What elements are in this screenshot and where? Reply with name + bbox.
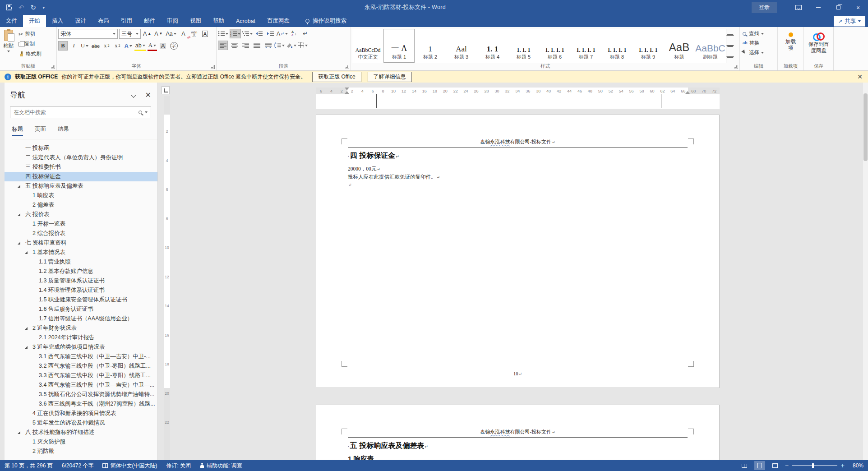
nav-heading-item[interactable]: 1.2 基本存款账户信息	[5, 267, 157, 276]
distribute-button[interactable]	[263, 41, 273, 50]
font-name-combo[interactable]: 宋体	[58, 29, 118, 39]
nav-heading-item[interactable]: 三 授权委托书	[5, 162, 157, 172]
nav-heading-item[interactable]: 1.7 信用等级证书（AAA级信用企业）	[5, 314, 157, 323]
vertical-ruler[interactable]: 246810121416182022	[164, 96, 170, 460]
style-gallery-item[interactable]: 1. 1. 1. 1 标题 6	[539, 29, 570, 63]
asian-layout-button[interactable]: A⇄	[277, 29, 288, 38]
save-to-netdisk-button[interactable]: 保存到百度网盘	[805, 29, 832, 63]
redo-icon[interactable]: ↻	[31, 4, 37, 11]
select-button[interactable]: 选择	[741, 49, 776, 56]
notice-close-icon[interactable]: ✕	[857, 73, 863, 80]
sign-in-button[interactable]: 登录	[752, 2, 777, 13]
style-gallery-item[interactable]: 1. 1. 1. 1 标题 9	[633, 29, 664, 63]
nav-heading-item[interactable]: 2 综合报价表	[5, 229, 157, 238]
ribbon-tab[interactable]: 文件	[0, 15, 23, 27]
ribbon-display-options-button[interactable]	[789, 0, 808, 15]
clear-formatting-button[interactable]: A	[179, 29, 188, 39]
gallery-more-icon[interactable]	[726, 51, 734, 63]
show-hide-marks-button[interactable]: ↵	[300, 29, 310, 38]
bold-button[interactable]: B	[58, 41, 68, 51]
nav-heading-item[interactable]: 1.4 环境管理体系认证证书	[5, 286, 157, 295]
zoom-out-button[interactable]: −	[785, 462, 789, 469]
style-gallery-item[interactable]: Aal 标题 3	[446, 29, 477, 63]
nav-heading-item[interactable]: 3.4 西气东输三线中段（中卫—吉安）中卫—...	[5, 380, 157, 390]
ribbon-tab[interactable]: 百度网盘	[261, 15, 295, 27]
first-line-indent-marker[interactable]	[345, 88, 349, 90]
zoom-percentage[interactable]: 80%	[848, 462, 863, 469]
font-size-combo[interactable]: 三号	[119, 29, 141, 39]
style-gallery-item[interactable]: AaBbCcDd 中文正文	[352, 29, 383, 63]
nav-heading-item[interactable]: 1 响应表	[5, 191, 157, 200]
nav-heading-item[interactable]: 3 近年完成的类似项目情况表	[5, 342, 157, 352]
style-gallery-item[interactable]: AaBbC 副标题	[695, 29, 726, 63]
superscript-button[interactable]: x2	[113, 41, 122, 51]
line-spacing-button[interactable]	[274, 41, 285, 50]
ribbon-tab[interactable]: 视图	[184, 15, 207, 27]
nav-heading-item[interactable]: 3.3 西气东输三线中段（中卫-枣阳）线路工...	[5, 371, 157, 380]
style-gallery-item[interactable]: 1. 1. 1. 1 标题 7	[570, 29, 601, 63]
copy-button[interactable]: 复制	[17, 40, 43, 48]
nav-heading-item[interactable]: 2 偏差表	[5, 200, 157, 210]
nav-heading-item[interactable]: 3.1 西气东输三线中段（中卫—吉安）中卫-...	[5, 352, 157, 361]
ribbon-tab[interactable]: 审阅	[161, 15, 184, 27]
nav-heading-item[interactable]: 1.3 质量管理体系认证证书	[5, 276, 157, 286]
change-case-button[interactable]: Aa	[165, 29, 177, 39]
nav-heading-item[interactable]: 1 灭火防护服	[5, 437, 157, 447]
paste-button[interactable]: 粘贴	[1, 29, 15, 63]
style-gallery-item[interactable]: 一 A 标题 1	[383, 29, 415, 63]
nav-heading-item[interactable]: 5 近年发生的诉讼及仲裁情况	[5, 418, 157, 428]
restore-button[interactable]	[828, 0, 848, 15]
expand-arrow-icon[interactable]	[25, 346, 28, 349]
style-gallery-item[interactable]: 1. 1. 1 标题 5	[508, 29, 539, 63]
nav-heading-item[interactable]: 2 近年财务状况表	[5, 323, 157, 333]
nav-heading-item[interactable]: 1.1 营业执照	[5, 257, 157, 267]
replace-button[interactable]: ab替换	[741, 39, 776, 47]
track-changes-status[interactable]: 修订: 关闭	[166, 462, 191, 470]
expand-arrow-icon[interactable]	[18, 242, 20, 245]
font-dialog-launcher-icon[interactable]	[211, 65, 215, 69]
gallery-scroll-up-icon[interactable]	[726, 29, 734, 40]
scrollbar-thumb[interactable]	[863, 93, 868, 161]
underline-button[interactable]: U	[80, 41, 89, 51]
numbering-button[interactable]: 123	[230, 29, 241, 38]
strikethrough-button[interactable]: abc	[91, 41, 101, 51]
subscript-button[interactable]: x2	[102, 41, 111, 51]
shrink-font-button[interactable]: A▼	[153, 29, 163, 39]
style-gallery-item[interactable]: 1. 1 标题 4	[477, 29, 508, 63]
text-effects-button[interactable]: A	[124, 41, 133, 51]
clipboard-dialog-launcher-icon[interactable]	[51, 65, 55, 69]
bullets-button[interactable]	[218, 29, 228, 38]
ribbon-tab[interactable]: 邮件	[138, 15, 161, 27]
undo-icon[interactable]: ↶	[18, 4, 24, 11]
nav-heading-item[interactable]: 五 投标响应表及偏差表	[5, 181, 157, 191]
styles-dialog-launcher-icon[interactable]	[734, 65, 738, 69]
page-10[interactable]: 盘锦永泓科技有限公司-投标文件↵ .四 投标保证金↵ 20000，00元↵ 投标…	[316, 115, 720, 388]
decrease-indent-button[interactable]	[254, 29, 264, 38]
sort-button[interactable]: AZ↓	[289, 29, 299, 38]
addins-button[interactable]: 加载项	[783, 29, 799, 63]
zoom-slider[interactable]	[792, 465, 837, 466]
close-button[interactable]: ×	[848, 0, 868, 15]
borders-button[interactable]	[298, 41, 308, 50]
tab-selector[interactable]	[162, 86, 170, 94]
nav-tab[interactable]: 结果	[58, 125, 69, 136]
nav-heading-item[interactable]: 1 基本情况表	[5, 248, 157, 257]
nav-heading-item[interactable]: 2.1 2024年计审计报告	[5, 333, 157, 342]
expand-arrow-icon[interactable]	[18, 431, 20, 434]
nav-heading-item[interactable]: 七 资格审查资料	[5, 238, 157, 248]
nav-tab[interactable]: 页面	[35, 125, 46, 136]
hanging-indent-marker[interactable]	[345, 91, 349, 94]
save-icon[interactable]	[6, 5, 12, 10]
find-button[interactable]: 查找	[741, 30, 776, 37]
enclose-characters-button[interactable]: 字	[169, 41, 179, 51]
nav-heading-item[interactable]: 3.2 西气东输三线中段（中卫-枣阳）线路工...	[5, 361, 157, 371]
accessibility-status[interactable]: 辅助功能: 调查	[200, 462, 242, 470]
nav-heading-item[interactable]: 3.6 西三线闽粤支干线（潮州27阀室段）线路...	[5, 399, 157, 409]
nav-heading-item[interactable]: 八 技术性能指标的详细描述	[5, 428, 157, 437]
nav-tab[interactable]: 标题	[12, 125, 23, 136]
web-layout-button[interactable]	[770, 461, 780, 470]
nav-heading-item[interactable]: 一 投标函	[5, 143, 157, 153]
nav-heading-item[interactable]: 4 正在供货和新承接的项目情况表	[5, 409, 157, 418]
expand-arrow-icon[interactable]	[25, 327, 28, 330]
italic-button[interactable]: I	[69, 41, 78, 51]
